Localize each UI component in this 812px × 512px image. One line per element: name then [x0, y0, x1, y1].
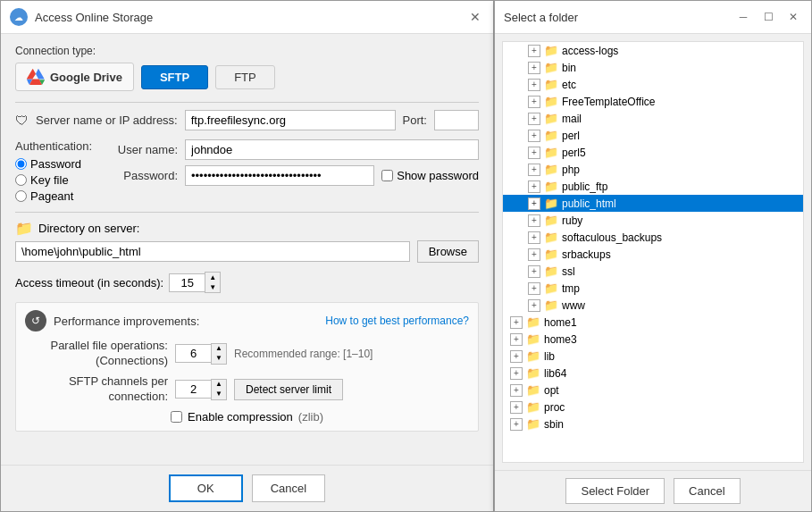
- server-input[interactable]: [185, 110, 396, 130]
- username-input[interactable]: [185, 139, 479, 160]
- sftp-channels-decrement[interactable]: ▼: [212, 390, 226, 399]
- enable-compression-checkbox[interactable]: [171, 411, 182, 423]
- tree-expand-icon[interactable]: +: [528, 214, 540, 227]
- tree-item[interactable]: +📁mail: [503, 110, 803, 127]
- minimize-button[interactable]: ─: [734, 8, 752, 26]
- compress-hint: (zlib): [298, 410, 323, 424]
- title-bar: ☁ Access Online Storage ✕: [1, 1, 493, 34]
- ftp-button[interactable]: FTP: [215, 65, 275, 89]
- auth-keyfile-radio[interactable]: [15, 174, 27, 186]
- tree-expand-icon[interactable]: +: [510, 350, 523, 363]
- parallel-ops-decrement[interactable]: ▼: [212, 354, 226, 364]
- directory-folder-icon: 📁: [15, 220, 33, 237]
- tree-item[interactable]: +📁perl: [503, 127, 803, 144]
- sftp-channels-input[interactable]: [175, 380, 211, 399]
- tree-item[interactable]: +📁proc: [503, 399, 803, 415]
- timeout-decrement-button[interactable]: ▼: [205, 282, 220, 292]
- performance-icon: ↺: [25, 310, 46, 332]
- tree-expand-icon[interactable]: +: [528, 282, 540, 295]
- auth-left: Authentication: Password Key file Pagean…: [15, 139, 92, 203]
- tree-item[interactable]: +📁php: [503, 161, 803, 178]
- tree-item[interactable]: +📁lib64: [503, 365, 803, 382]
- folder-icon: 📁: [544, 180, 558, 193]
- directory-input[interactable]: [15, 241, 410, 262]
- tree-item[interactable]: +📁ssl: [503, 263, 803, 280]
- tree-expand-icon[interactable]: +: [528, 96, 540, 108]
- sftp-button[interactable]: SFTP: [141, 65, 208, 89]
- performance-help-link[interactable]: How to get best performance?: [325, 315, 469, 327]
- tree-expand-icon[interactable]: +: [510, 333, 523, 346]
- tree-expand-icon[interactable]: +: [528, 299, 540, 312]
- auth-password-option[interactable]: Password: [15, 157, 92, 171]
- tree-item[interactable]: +📁etc: [503, 76, 803, 93]
- tree-expand-icon[interactable]: +: [510, 401, 523, 414]
- tree-item[interactable]: +📁FreeTemplateOffice: [503, 93, 803, 110]
- tree-item[interactable]: +📁tmp: [503, 280, 803, 297]
- show-password-checkbox[interactable]: [381, 170, 393, 181]
- tree-item[interactable]: +📁access-logs: [503, 42, 803, 59]
- tree-item[interactable]: +📁bin: [503, 59, 803, 76]
- port-label: Port:: [403, 113, 427, 127]
- tree-item[interactable]: +📁softaculous_backups: [503, 229, 803, 246]
- auth-pageant-label: Pageant: [30, 189, 73, 203]
- tree-expand-icon[interactable]: +: [528, 248, 540, 261]
- tree-expand-icon[interactable]: +: [510, 418, 523, 431]
- tree-expand-icon[interactable]: +: [528, 79, 540, 91]
- tree-expand-icon[interactable]: +: [510, 316, 523, 329]
- tree-item[interactable]: +📁perl5: [503, 144, 803, 161]
- browse-button[interactable]: Browse: [417, 240, 479, 263]
- tree-item[interactable]: +📁opt: [503, 382, 803, 399]
- connection-type-buttons: Google Drive SFTP FTP: [15, 63, 479, 91]
- auth-pageant-radio[interactable]: [15, 190, 27, 202]
- tree-item[interactable]: +📁lib: [503, 348, 803, 365]
- tree-expand-icon[interactable]: +: [528, 180, 540, 193]
- directory-label: Directory on server:: [38, 222, 139, 235]
- tree-item[interactable]: +📁public_html: [503, 195, 803, 212]
- show-password-label: Show password: [397, 169, 479, 182]
- tree-expand-icon[interactable]: +: [528, 113, 540, 125]
- tree-item[interactable]: +📁www: [503, 297, 803, 314]
- tree-expand-icon[interactable]: +: [510, 367, 523, 380]
- right-dialog-title: Select a folder: [504, 11, 578, 24]
- tree-item[interactable]: +📁home3: [503, 331, 803, 348]
- tree-item[interactable]: +📁home1: [503, 314, 803, 331]
- select-folder-button[interactable]: Select Folder: [565, 478, 665, 504]
- tree-expand-icon[interactable]: +: [528, 164, 540, 176]
- auth-password-label: Password: [30, 157, 81, 171]
- tree-expand-icon[interactable]: +: [528, 130, 540, 142]
- tree-expand-icon[interactable]: +: [528, 147, 540, 159]
- tree-expand-icon[interactable]: +: [510, 384, 523, 397]
- cancel-button[interactable]: Cancel: [252, 474, 325, 502]
- auth-password-radio[interactable]: [15, 158, 27, 170]
- close-button[interactable]: ✕: [466, 8, 484, 26]
- parallel-ops-input[interactable]: [175, 344, 211, 363]
- parallel-ops-increment[interactable]: ▲: [212, 344, 226, 354]
- auth-keyfile-option[interactable]: Key file: [15, 173, 92, 187]
- tree-expand-icon[interactable]: +: [528, 231, 540, 244]
- right-close-button[interactable]: ✕: [784, 8, 802, 26]
- tree-item[interactable]: +📁srbackups: [503, 246, 803, 263]
- tree-expand-icon[interactable]: +: [528, 197, 540, 210]
- maximize-button[interactable]: ☐: [759, 8, 777, 26]
- divider-1: [15, 102, 479, 103]
- folder-icon: 📁: [544, 146, 558, 159]
- tree-expand-icon[interactable]: +: [528, 45, 540, 57]
- tree-expand-icon[interactable]: +: [528, 62, 540, 74]
- right-cancel-button[interactable]: Cancel: [674, 478, 740, 504]
- tree-item[interactable]: +📁sbin: [503, 415, 803, 432]
- tree-item-label: softaculous_backups: [562, 231, 662, 244]
- timeout-input[interactable]: [169, 273, 205, 292]
- sftp-channels-increment[interactable]: ▲: [212, 380, 226, 390]
- timeout-increment-button[interactable]: ▲: [205, 273, 220, 282]
- detect-server-limit-button[interactable]: Detect server limit: [234, 379, 343, 400]
- folder-icon: 📁: [544, 197, 558, 210]
- port-input[interactable]: [434, 110, 479, 130]
- ok-button[interactable]: OK: [169, 474, 243, 502]
- tree-item[interactable]: +📁public_ftp: [503, 178, 803, 195]
- password-input[interactable]: [185, 165, 374, 186]
- tree-item[interactable]: +📁ruby: [503, 212, 803, 229]
- tree-expand-icon[interactable]: +: [528, 265, 540, 278]
- folder-icon: 📁: [544, 112, 558, 125]
- auth-pageant-option[interactable]: Pageant: [15, 189, 92, 203]
- google-drive-button[interactable]: Google Drive: [15, 63, 134, 91]
